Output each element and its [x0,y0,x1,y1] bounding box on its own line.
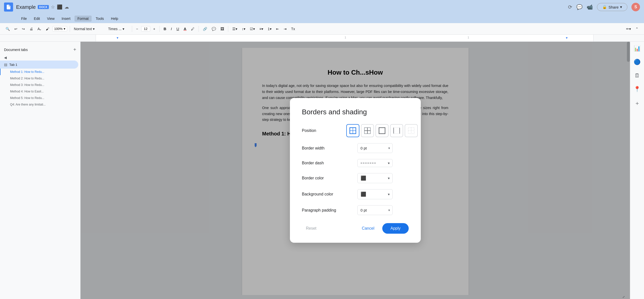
sidebar-subtab-method2[interactable]: Method 2: How to Redu... [0,75,80,82]
comment-icon[interactable]: 💬 [576,4,583,10]
border-color-dropdown-arrow: ▾ [388,176,389,180]
app-icon [4,3,13,12]
toolbar-italic-btn[interactable]: I [169,26,173,32]
cloud-icon[interactable]: ☁ [64,4,69,10]
position-row: Position [302,124,409,137]
border-width-select[interactable]: 0 pt 0.5 pt 1 pt 2 pt 3 pt [357,143,393,153]
paragraph-padding-control: 0 pt 4 pt 8 pt 12 pt [357,205,409,215]
border-dash-label: Border dash [302,161,353,165]
paragraph-padding-row: Paragraph padding 0 pt 4 pt 8 pt 12 pt [302,205,409,215]
border-color-control: ⬛ ▾ [357,173,409,183]
right-panel-maps-icon[interactable]: 📍 [632,84,642,94]
sidebar-subtab-q4[interactable]: Q4: Are there any limitati... [0,101,80,108]
border-dash-preview [361,162,376,164]
sidebar-subtab-method3[interactable]: Method 3: How to Redu... [0,82,80,88]
toolbar-highlight-btn[interactable]: 🖊 [190,26,196,32]
chevron-down-icon: ▾ [620,5,622,9]
paragraph-padding-select[interactable]: 0 pt 4 pt 8 pt 12 pt [357,205,393,215]
reset-button[interactable]: Reset [302,224,321,233]
border-color-label: Border color [302,176,353,180]
position-btn-outer[interactable] [375,124,389,137]
sidebar-subtab-method4[interactable]: Method 4: How to Easil... [0,88,80,95]
menu-view[interactable]: View [44,16,58,22]
toolbar-image-btn[interactable]: 🖼 [219,26,225,32]
position-btn-sides[interactable] [390,124,403,137]
chevron-left-icon: ◀ [4,56,7,60]
bg-color-select-wrapper: ⬛ ▾ [357,189,393,199]
toolbar-zoom-control[interactable]: 100% ▾ [52,26,67,31]
menu-file[interactable]: File [18,16,30,22]
toolbar-indent-decrease-btn[interactable]: ⇤ [275,26,281,32]
sidebar-subtab-method5[interactable]: Method 5: How to Redu... [0,95,80,101]
background-color-label: Background color [302,192,353,196]
toolbar-collapse-btn[interactable]: ⌃ [634,26,640,32]
toolbar-link-btn[interactable]: 🔗 [201,26,209,32]
toolbar-line-spacing-btn[interactable]: ↕▾ [240,26,247,32]
main-area: Document tabs + ◀ ▤ Tab 1 Method 1: How … [0,42,644,299]
menu-help[interactable]: Help [108,16,121,22]
avatar[interactable]: S [631,3,640,11]
toolbar-divider-3 [159,26,160,32]
bg-color-swatch: ⬛ [361,191,366,197]
cancel-button[interactable]: Cancel [358,224,378,233]
doc-area[interactable]: How to Ch...sHow In today's digital age,… [81,42,630,299]
font-label: Times ... [108,27,122,31]
toolbar-spellcheck-btn[interactable]: Aᵥ [36,26,43,32]
toolbar-indent-increase-btn[interactable]: ⇥ [282,26,288,32]
text-style-select[interactable]: Normal text ▾ [72,26,105,32]
zoom-value: 100% [54,27,62,31]
video-call-icon[interactable]: 📹 [587,4,593,10]
menu-bar: File Edit View Insert Format Tools Help [0,14,644,23]
toolbar-paint-btn[interactable]: 🖌 [44,26,51,32]
toolbar-search-btn[interactable]: 🔍 [4,26,11,32]
star-icon[interactable]: ☆ [51,4,55,10]
position-btn-all[interactable] [346,124,359,137]
toolbar-print-btn[interactable]: 🖨 [28,26,34,32]
sidebar-subtab-method1[interactable]: Method 1: How to Redu... [0,69,80,75]
sidebar-tab-tab1[interactable]: ▤ Tab 1 [0,61,78,69]
share-button[interactable]: 🔒 Share ▾ [597,3,627,11]
menu-insert[interactable]: Insert [59,16,73,22]
toolbar-checklist-btn[interactable]: ☑▾ [248,26,256,32]
sidebar-header: Document tabs + [0,45,80,55]
toolbar: 🔍 ↩ ↪ 🖨 Aᵥ 🖌 100% ▾ Normal text ▾ Times … [0,23,644,35]
right-panel-add-icon[interactable]: ＋ [633,98,641,109]
toolbar-comment-btn[interactable]: 💬 [210,26,217,32]
sidebar-collapse-btn[interactable]: ◀ [0,55,80,61]
menu-edit[interactable]: Edit [31,16,43,22]
toolbar-align-btn[interactable]: ☰▾ [231,26,239,32]
toolbar-font-size-increase-btn[interactable]: + [152,26,157,32]
history-icon[interactable]: ⟳ [568,4,572,10]
menu-format[interactable]: Format [74,16,92,22]
sidebar-subtab-label-method5: Method 5: How to Redu... [10,96,44,100]
position-btn-inner[interactable] [361,124,374,137]
toolbar-font-size-decrease-btn[interactable]: − [135,26,140,32]
toolbar-text-color-btn[interactable]: A [182,26,188,32]
position-buttons [346,124,418,137]
toolbar-numbered-btn[interactable]: 1▾ [266,26,273,32]
top-bar: Example DOCX ☆ ⬛ ☁ ⟳ 💬 📹 🔒 Share ▾ S [0,0,644,14]
right-panel-sheets-icon[interactable]: 📊 [632,44,642,53]
border-width-select-wrapper: 0 pt 0.5 pt 1 pt 2 pt 3 pt [357,143,393,153]
toolbar-clear-format-btn[interactable]: Tx [290,26,297,32]
right-panel-calendar-icon[interactable]: 🗓 [633,71,641,80]
font-select[interactable]: Times ... ▾ [107,26,129,32]
toolbar-bold-btn[interactable]: B [162,26,168,32]
save-to-drive-icon[interactable]: ⬛ [57,4,62,10]
apply-button[interactable]: Apply [382,223,408,234]
toolbar-redo-btn[interactable]: ↪ [20,26,26,32]
font-size-input[interactable] [141,26,150,31]
toolbar-underline-btn[interactable]: U [175,26,181,32]
toolbar-pen-btn[interactable]: ✏▾ [625,26,632,32]
toolbar-bullet-btn[interactable]: ≡▾ [258,26,265,32]
sidebar-add-button[interactable]: + [73,47,76,53]
sidebar-subtab-label-method4: Method 4: How to Easil... [10,90,44,93]
font-dropdown-icon: ▾ [123,27,124,31]
position-btn-none[interactable] [405,124,418,137]
menu-tools[interactable]: Tools [93,16,107,22]
toolbar-undo-btn[interactable]: ↩ [13,26,19,32]
style-dropdown-icon: ▾ [93,27,95,31]
bg-color-dropdown-arrow: ▾ [388,192,389,196]
right-panel-tasks-icon[interactable]: 🔵 [632,57,642,67]
sidebar-subtab-label-q4: Q4: Are there any limitati... [10,103,46,106]
